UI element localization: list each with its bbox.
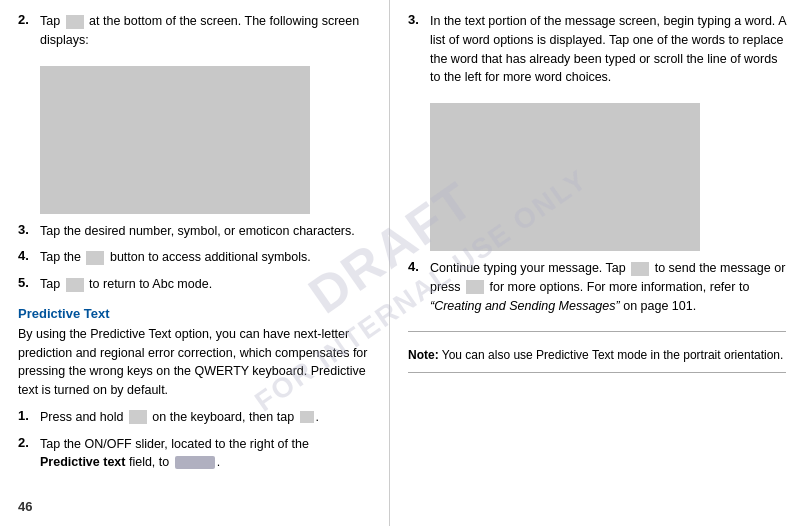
sub1-inline-box2: [300, 411, 314, 423]
step-4-right-text: Continue typing your message. Tap to sen…: [430, 259, 786, 315]
predictive-text-bold: Predictive text: [40, 455, 125, 469]
step4r-inline-box1: [631, 262, 649, 276]
left-column: 2. Tap at the bottom of the screen. The …: [0, 0, 390, 526]
sub-step-1-num: 1.: [18, 408, 40, 423]
screen-image-right: [430, 103, 700, 251]
note-block: Note: You can also use Predictive Text m…: [408, 346, 786, 364]
step-2-num: 2.: [18, 12, 40, 27]
step-3-left-num: 3.: [18, 222, 40, 237]
step-2-text: Tap at the bottom of the screen. The fol…: [40, 12, 371, 50]
screen-image-left: [40, 66, 310, 214]
step-3-left: 3. Tap the desired number, symbol, or em…: [18, 222, 371, 241]
sub-step-2-num: 2.: [18, 435, 40, 450]
step-4-right: 4. Continue typing your message. Tap to …: [408, 259, 786, 315]
sub-step-1: 1. Press and hold on the keyboard, then …: [18, 408, 371, 427]
step4r-italic: “Creating and Sending Messages”: [430, 299, 620, 313]
step-5-left-num: 5.: [18, 275, 40, 290]
sub-step-2: 2. Tap the ON/OFF slider, located to the…: [18, 435, 371, 473]
page-number: 46: [18, 489, 371, 514]
step-5-left: 5. Tap to return to Abc mode.: [18, 275, 371, 294]
step-3-right: 3. In the text portion of the message sc…: [408, 12, 786, 87]
predictive-text-body: By using the Predictive Text option, you…: [18, 325, 371, 400]
page-container: DRAFT FOR INTERNAL USE ONLY 2. Tap at th…: [0, 0, 804, 526]
step-3-right-num: 3.: [408, 12, 430, 27]
sub2-slider-box: [175, 456, 215, 469]
divider: [408, 331, 786, 332]
sub-step-1-text: Press and hold on the keyboard, then tap…: [40, 408, 371, 427]
divider-bottom: [408, 372, 786, 373]
note-label: Note:: [408, 348, 439, 362]
step-3-left-text: Tap the desired number, symbol, or emoti…: [40, 222, 371, 241]
step-2: 2. Tap at the bottom of the screen. The …: [18, 12, 371, 50]
step-5-left-text: Tap to return to Abc mode.: [40, 275, 371, 294]
note-text: You can also use Predictive Text mode in…: [439, 348, 784, 362]
step-3-right-text: In the text portion of the message scree…: [430, 12, 786, 87]
step-4-left: 4. Tap the button to access additional s…: [18, 248, 371, 267]
predictive-text-heading: Predictive Text: [18, 306, 371, 321]
step4r-inline-box2: [466, 280, 484, 294]
sub1-inline-box1: [129, 410, 147, 424]
sub-step-2-text: Tap the ON/OFF slider, located to the ri…: [40, 435, 371, 473]
step4-inline-box: [86, 251, 104, 265]
step5-inline-box: [66, 278, 84, 292]
step2-inline-box: [66, 15, 84, 29]
step-4-left-num: 4.: [18, 248, 40, 263]
right-column: 3. In the text portion of the message sc…: [390, 0, 804, 526]
step-4-right-num: 4.: [408, 259, 430, 274]
step-4-left-text: Tap the button to access additional symb…: [40, 248, 371, 267]
